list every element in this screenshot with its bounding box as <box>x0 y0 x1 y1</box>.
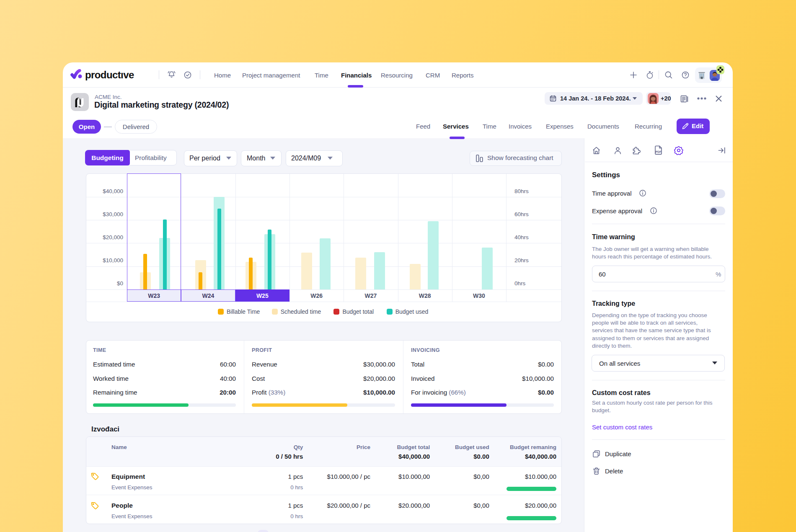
svg-text:PDF: PDF <box>656 150 662 153</box>
